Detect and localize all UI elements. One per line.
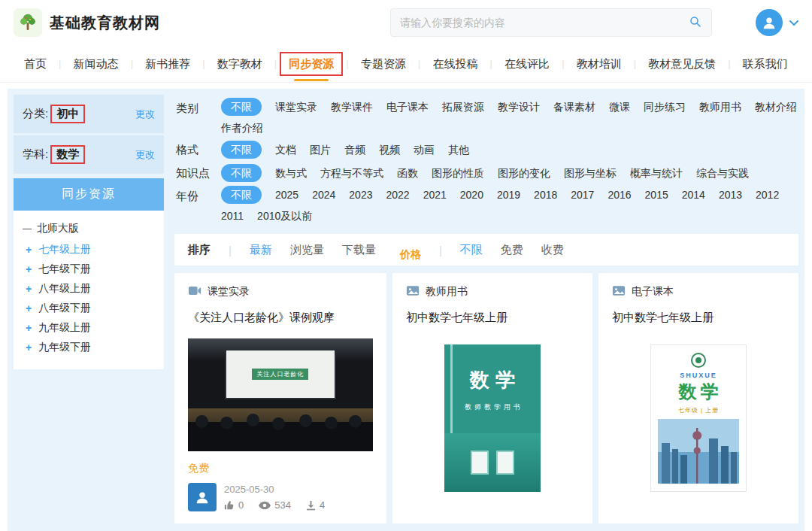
filter-option[interactable]: 其他 (448, 141, 469, 159)
card-thumbnail[interactable]: 关注人口老龄化 (188, 338, 373, 451)
filter-option[interactable]: 教学设计 (498, 98, 540, 116)
filter-option[interactable]: 文档 (275, 141, 296, 159)
filter-option[interactable]: 2017 (571, 186, 594, 204)
user-avatar[interactable] (756, 9, 783, 36)
top-bar: 基础教育教材网 (0, 0, 812, 45)
user-menu[interactable] (756, 9, 798, 36)
category-value: 初中 (50, 105, 85, 123)
likes-stat[interactable]: 0 (224, 499, 244, 511)
filter-option[interactable]: 方程与不等式 (320, 164, 383, 182)
nav-item[interactable]: 新闻动态 (69, 45, 123, 83)
sidebar-grade-item[interactable]: +八年级上册 (23, 279, 155, 299)
sort-option[interactable]: 下载量 (342, 243, 376, 257)
filter-option[interactable]: 不限 (221, 164, 262, 182)
category-label: 分类: (23, 107, 48, 121)
filter-option[interactable]: 视频 (379, 141, 400, 159)
filter-option[interactable]: 电子课本 (386, 98, 429, 116)
filter-option[interactable]: 2015 (645, 186, 668, 204)
filter-option[interactable]: 教学课件 (331, 98, 373, 116)
filter-option[interactable]: 数与式 (275, 164, 307, 182)
change-category-link[interactable]: 更改 (135, 108, 155, 121)
filter-option[interactable]: 图形与坐标 (564, 164, 617, 182)
change-subject-link[interactable]: 更改 (135, 148, 155, 162)
nav-item[interactable]: 教材意见反馈 (644, 45, 720, 83)
nav-item[interactable]: 专题资源 (356, 45, 411, 83)
expand-icon[interactable]: + (26, 263, 33, 275)
filter-option[interactable]: 图形的变化 (498, 164, 550, 182)
expand-icon[interactable]: + (26, 283, 33, 295)
expand-icon[interactable]: + (26, 322, 33, 334)
filter-option[interactable]: 2012 (756, 186, 779, 204)
card-title[interactable]: 《关注人口老龄化》课例观摩 (188, 311, 373, 325)
uploader-avatar[interactable] (188, 483, 217, 511)
filter-option[interactable]: 图形的性质 (432, 164, 484, 182)
nav-item[interactable]: 教材培训 (572, 45, 626, 83)
filter-option[interactable]: 2020 (460, 186, 483, 204)
sidebar-grade-item[interactable]: +七年级上册 (23, 240, 155, 259)
filter-option[interactable]: 不限 (221, 141, 262, 159)
filter-option[interactable]: 图片 (310, 141, 331, 159)
filter-option[interactable]: 作者介绍 (221, 119, 263, 137)
filter-option[interactable]: 课堂实录 (275, 98, 317, 116)
filter-option[interactable]: 同步练习 (644, 98, 686, 116)
filter-option[interactable]: 2016 (607, 186, 631, 204)
sidebar-grade-item[interactable]: +九年级下册 (23, 338, 155, 357)
sidebar-grade-item[interactable]: +九年级上册 (23, 318, 155, 338)
filter-option[interactable]: 2019 (497, 186, 520, 204)
sort-option[interactable]: 浏览量 (290, 243, 324, 257)
resource-card[interactable]: 教师用书 初中数学七年级上册 数学 教师教学用书 (392, 273, 592, 523)
filter-option[interactable]: 不限 (221, 98, 262, 116)
chevron-down-icon[interactable] (789, 17, 798, 29)
filter-option[interactable]: 2023 (349, 186, 372, 204)
collapse-icon[interactable]: — (23, 223, 32, 234)
filter-option[interactable]: 综合与实践 (696, 164, 749, 182)
nav-item[interactable]: 数字教材 (213, 45, 267, 83)
filter-option[interactable]: 2018 (534, 186, 557, 204)
filter-option[interactable]: 2011 (221, 207, 244, 225)
filter-option[interactable]: 2021 (423, 186, 447, 204)
nav-item[interactable]: 在线投稿 (428, 45, 482, 83)
filter-option[interactable]: 2022 (386, 186, 409, 204)
filter-option[interactable]: 教材介绍 (755, 98, 797, 116)
nav-item[interactable]: 首页 (20, 45, 51, 83)
expand-icon[interactable]: + (26, 341, 33, 353)
book-cover[interactable]: 数学 教师教学用书 (444, 344, 541, 492)
sidebar-grade-item[interactable]: +八年级下册 (23, 299, 155, 318)
filter-option[interactable]: 2010及以前 (257, 207, 312, 225)
price-option[interactable]: 不限 (460, 243, 483, 257)
filter-option[interactable]: 2014 (682, 186, 705, 204)
sort-option[interactable]: 最新 (250, 243, 272, 257)
filter-option[interactable]: 不限 (221, 186, 262, 204)
nav-item[interactable]: 新书推荐 (141, 45, 195, 83)
price-option[interactable]: 收费 (541, 243, 564, 257)
resource-card[interactable]: 课堂实录 《关注人口老龄化》课例观摩 关注人口老龄化 免费 (174, 273, 386, 523)
card-title[interactable]: 初中数学七年级上册 (612, 311, 785, 325)
expand-icon[interactable]: + (26, 302, 33, 314)
filter-option[interactable]: 2013 (719, 186, 742, 204)
nav-item[interactable]: 同步资源 (284, 45, 338, 83)
filter-option[interactable]: 2024 (312, 186, 335, 204)
search-input[interactable] (400, 17, 689, 29)
book-cover[interactable]: SHUXUE 数学 七年级 | 上册 (650, 344, 747, 492)
sidebar-grade-item[interactable]: +七年级下册 (23, 259, 155, 279)
downloads-stat[interactable]: 4 (306, 499, 325, 511)
search-icon[interactable] (689, 15, 702, 31)
filter-option[interactable]: 音频 (344, 141, 365, 159)
expand-icon[interactable]: + (26, 244, 33, 256)
filter-option[interactable]: 2025 (275, 186, 298, 204)
filter-option[interactable]: 教师用书 (699, 98, 741, 116)
filter-option[interactable]: 函数 (397, 164, 418, 182)
filter-option[interactable]: 备课素材 (553, 98, 595, 116)
edition-item[interactable]: — 北师大版 (23, 220, 155, 240)
filter-option[interactable]: 微课 (609, 98, 630, 116)
card-title[interactable]: 初中数学七年级上册 (406, 311, 579, 325)
resource-card[interactable]: 电子课本 初中数学七年级上册 SHUXUE 数学 七年级 | 上册 (598, 273, 798, 523)
site-logo-icon[interactable] (14, 8, 42, 37)
nav-item[interactable]: 在线评比 (500, 45, 554, 83)
nav-item[interactable]: 联系我们 (738, 45, 792, 83)
filter-option[interactable]: 动画 (414, 141, 435, 159)
price-option[interactable]: 免费 (501, 243, 523, 257)
filter-option[interactable]: 拓展资源 (442, 98, 484, 116)
search-bar[interactable] (390, 8, 712, 37)
filter-option[interactable]: 概率与统计 (630, 164, 683, 182)
